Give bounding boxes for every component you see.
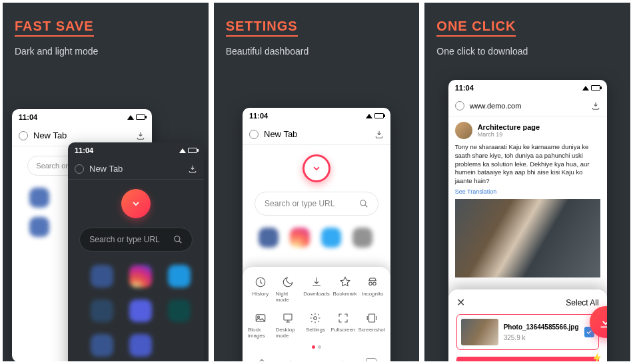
address-bar[interactable]: www.demo.com <box>448 96 607 116</box>
search-icon <box>173 235 183 244</box>
globe-icon <box>19 131 28 140</box>
address-bar[interactable]: New Tab <box>243 124 390 145</box>
app-icon[interactable] <box>129 265 152 287</box>
file-size: 325.9 k <box>504 334 579 341</box>
download-icon <box>598 315 607 329</box>
app-icon[interactable] <box>168 299 191 322</box>
post-image[interactable] <box>455 199 600 277</box>
status-time: 11:04 <box>249 112 268 120</box>
app-grid <box>75 261 197 361</box>
app-icon[interactable] <box>91 334 113 357</box>
search-input[interactable]: Search or type URL <box>79 228 192 252</box>
dashboard-item-screenshot[interactable]: Screenshot <box>358 309 385 341</box>
phone-settings: 11:04 New Tab Search or type URL <box>243 108 390 361</box>
nav-home[interactable] <box>248 358 275 361</box>
search-placeholder: Search or type URL <box>265 199 334 208</box>
svg-rect-9 <box>368 314 374 322</box>
app-icon[interactable] <box>91 265 113 287</box>
status-icons <box>582 85 600 91</box>
nav-back[interactable] <box>275 358 303 361</box>
dashboard-item-settings[interactable]: Settings <box>303 309 328 341</box>
dash-label: Desktop mode <box>275 327 300 339</box>
nav-menu[interactable] <box>303 358 330 361</box>
app-icon[interactable] <box>259 228 279 248</box>
nav-tabs[interactable]: 1 <box>358 358 385 361</box>
app-logo-icon <box>303 154 330 182</box>
search-icon <box>359 199 368 208</box>
app-icon[interactable] <box>129 334 152 357</box>
dashboard-item-blockimages[interactable]: Block images <box>248 309 273 341</box>
globe-icon <box>249 130 259 139</box>
fast-download-button[interactable]: FAST DOWNLOAD <box>456 357 599 361</box>
dash-label: History <box>252 291 269 297</box>
see-translation-link[interactable]: See Translation <box>455 188 600 195</box>
app-grid <box>249 225 384 250</box>
post-text: Tony ne sharaarati Kaju ke karnaame duni… <box>455 143 600 186</box>
app-icon[interactable] <box>168 265 191 287</box>
dash-label: Settings <box>306 327 325 333</box>
panel-subtitle: One click to download <box>436 46 618 57</box>
nav-forward[interactable] <box>330 358 358 361</box>
tab-label: New Tab <box>89 164 183 174</box>
download-icon[interactable] <box>374 130 384 139</box>
download-icon[interactable] <box>591 101 600 110</box>
svg-point-4 <box>373 282 376 285</box>
post-user[interactable]: Architecture page <box>478 123 540 131</box>
panel-one-click: ONE CLICK One click to download 11:04 ww… <box>424 3 630 361</box>
dash-label: Night mode <box>276 291 301 303</box>
file-thumbnail <box>461 319 498 345</box>
dash-label: Block images <box>248 327 273 339</box>
panel-title: ONE CLICK <box>436 19 516 37</box>
search-input[interactable]: Search or type URL <box>255 192 378 216</box>
dashboard-item-nightmode[interactable]: Night mode <box>276 273 301 305</box>
tab-label: New Tab <box>264 129 369 139</box>
dash-label: Incognito <box>362 291 383 297</box>
globe-icon <box>455 101 464 110</box>
app-icon[interactable] <box>91 299 113 322</box>
dashboard-item-downloads[interactable]: Downloads <box>303 273 330 305</box>
panel-settings: SETTINGS Beautiful dashboard 11:04 New T… <box>214 3 420 361</box>
status-time: 11:04 <box>455 84 474 92</box>
phone-dark: 11:04 New Tab Search or type URL <box>68 142 204 361</box>
svg-point-3 <box>369 282 372 285</box>
app-icon[interactable] <box>129 299 152 322</box>
status-bar: 11:04 <box>68 142 204 158</box>
dash-label: Fullscreen <box>330 327 355 333</box>
app-icon[interactable] <box>352 228 372 248</box>
panel-title: SETTINGS <box>226 19 298 37</box>
panel-fast-save: FAST SAVE Dark and light mode 11:04 New … <box>3 3 209 361</box>
app-icon[interactable] <box>29 217 49 237</box>
globe-icon <box>75 164 84 174</box>
select-all-link[interactable]: Select All <box>566 298 598 307</box>
download-icon[interactable] <box>136 131 145 140</box>
status-time: 11:04 <box>19 113 37 121</box>
svg-point-8 <box>314 317 317 320</box>
search-placeholder: Search or t <box>36 162 72 170</box>
dash-label: Downloads <box>303 291 330 297</box>
download-icon[interactable] <box>188 164 197 174</box>
bottom-nav: 1 <box>248 354 385 361</box>
avatar[interactable] <box>455 122 472 139</box>
app-icon[interactable] <box>290 228 310 248</box>
close-icon[interactable]: ✕ <box>456 296 465 309</box>
dashboard-item-desktopmode[interactable]: Desktop mode <box>275 309 300 341</box>
svg-point-0 <box>174 236 179 242</box>
file-item[interactable]: Photo_13644585566.jpg 325.9 k <box>456 314 599 350</box>
app-icon[interactable] <box>321 228 341 248</box>
dashboard-item-bookmark[interactable]: Bookmark <box>332 273 358 305</box>
phone-download: 11:04 www.demo.com Architecture page Mar… <box>448 80 607 361</box>
search-placeholder: Search or type URL <box>89 235 159 244</box>
dashboard-item-history[interactable]: History <box>248 273 273 305</box>
social-post: Architecture page March 19 Tony ne shara… <box>448 116 607 283</box>
dashboard-item-fullscreen[interactable]: Fullscreen <box>330 309 355 341</box>
svg-rect-7 <box>284 314 292 320</box>
file-name: Photo_13644585566.jpg <box>504 323 579 331</box>
download-sheet: ✕ Select All Photo_13644585566.jpg 325.9… <box>448 289 607 361</box>
app-icon[interactable] <box>29 188 49 208</box>
dash-label: Bookmark <box>333 291 357 297</box>
dashboard-item-incognito[interactable]: Incognito <box>360 273 385 305</box>
address-bar[interactable]: New Tab <box>68 158 204 180</box>
status-bar: 11:04 <box>243 108 390 124</box>
dash-label: Screenshot <box>358 327 385 333</box>
dashboard-sheet: History Night mode Downloads Bookmark In… <box>243 267 390 361</box>
